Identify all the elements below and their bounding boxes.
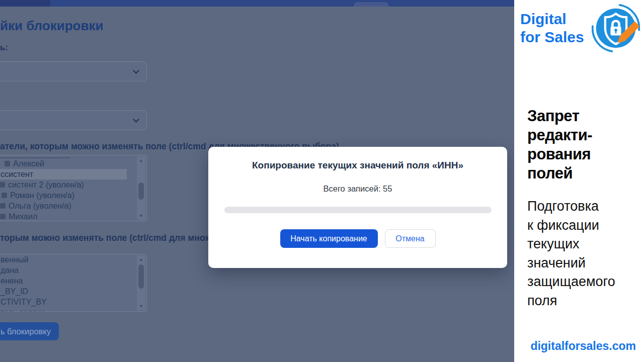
brand-name: Digital for Sales <box>520 10 584 46</box>
modal-title: Копирование текущих значений поля «ИНН» <box>208 160 507 171</box>
copy-values-modal: Копирование текущих значений поля «ИНН» … <box>208 147 507 268</box>
cancel-button[interactable]: Отмена <box>385 229 436 248</box>
start-copy-button[interactable]: Начать копирование <box>280 229 378 248</box>
app-window: йки блокировки ь: атели, которым можно и… <box>0 0 644 362</box>
modal-button-row: Начать копирование Отмена <box>208 229 507 248</box>
records-count-label: Всего записей: 55 <box>208 184 507 194</box>
promo-sidebar: Digital for Sales Запрет редакти- ровани… <box>514 0 644 362</box>
promo-description: Подготовка к фиксации текущих значений з… <box>527 197 615 310</box>
progress-bar <box>224 207 492 213</box>
website-label: digitalforsales.com <box>530 339 636 353</box>
shield-lock-pencil-icon <box>592 4 640 52</box>
promo-heading: Запрет редакти- рования полей <box>527 107 592 183</box>
